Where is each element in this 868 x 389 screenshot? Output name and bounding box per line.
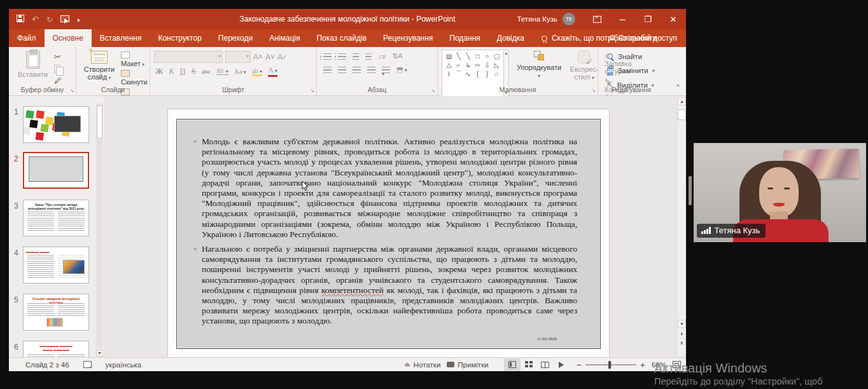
highlight-color-button[interactable]: ab — [252, 67, 262, 76]
slide-thumbnail-4[interactable]: ▬▬▬▬ ▬▬▬ — [23, 247, 89, 283]
strikethrough-button[interactable]: S — [192, 67, 196, 76]
clipboard-dialog-launcher[interactable]: ↘ — [69, 88, 74, 93]
slide-sorter-view-button[interactable] — [521, 358, 537, 371]
slide-counter[interactable]: Слайд 2 з 46 — [25, 361, 69, 369]
slide-thumbnail-5[interactable]: Основні завдання молодіжної політики — [23, 294, 89, 331]
next-slide-icon[interactable]: ⇟ — [678, 339, 686, 348]
bold-button[interactable]: Ж — [155, 67, 163, 76]
slide-canvas[interactable]: ◦Молодь є важливим суб'єктом державної п… — [168, 109, 609, 357]
tab-review[interactable]: Рецензування — [375, 29, 441, 47]
strikethrough-abc-button[interactable]: abc — [202, 68, 211, 75]
text-direction-icon[interactable]: ⇅A — [392, 52, 403, 60]
thumbnail-scroll-down-icon[interactable]: ▼ — [96, 350, 103, 357]
zoom-slider-thumb[interactable] — [608, 361, 611, 369]
reset-button[interactable]: Скинути — [121, 70, 150, 86]
thumbnail4-photo — [63, 260, 85, 274]
tab-view[interactable]: Подання — [441, 29, 488, 47]
slide-thumbnail-2-selected[interactable] — [23, 152, 89, 189]
decrease-indent-icon[interactable] — [353, 53, 359, 60]
change-case-button[interactable]: Aa — [234, 67, 246, 75]
slide-content-box[interactable]: ◦Молодь є важливим суб'єктом державної п… — [176, 119, 601, 349]
zoom-out-icon[interactable]: − — [577, 360, 582, 370]
columns-icon[interactable] — [382, 67, 390, 73]
cut-icon[interactable] — [54, 52, 62, 62]
convert-smartart-icon[interactable]: ⬒ — [396, 65, 407, 74]
language-indicator[interactable]: українська — [106, 361, 142, 369]
underline-button[interactable]: П — [180, 67, 186, 76]
notes-button[interactable]: Нотатки — [404, 360, 441, 369]
find-button[interactable]: Знайти — [606, 51, 664, 62]
account-name[interactable]: Тетяна Кузь — [517, 15, 557, 23]
reading-view-button[interactable] — [537, 358, 554, 371]
thumbnail-scrollbar-thumb[interactable] — [97, 106, 102, 139]
italic-button[interactable]: К — [169, 67, 174, 76]
slide-thumbnail-1[interactable] — [23, 106, 89, 143]
collapse-ribbon-icon[interactable]: ⌃ — [675, 83, 681, 92]
customize-qat-icon[interactable] — [77, 15, 80, 24]
character-spacing-button[interactable]: AV — [216, 67, 228, 75]
tab-slideshow[interactable]: Показ слайдів — [308, 29, 375, 47]
tab-help[interactable]: Довідка — [489, 29, 533, 47]
numbering-icon[interactable] — [338, 53, 346, 60]
drawing-group-label: Малювання — [438, 86, 598, 93]
thumbnail-scrollbar[interactable] — [96, 104, 103, 348]
font-color-button[interactable]: А — [268, 65, 277, 77]
font-dialog-launcher[interactable]: ↘ — [310, 88, 314, 93]
slide-thumbnail-3[interactable]: Закон "Про основні засади молодіжної пол… — [23, 200, 89, 236]
webcam-video[interactable]: Тетяна Кузь — [694, 143, 866, 242]
replace-icon: abac — [607, 64, 614, 77]
redo-icon[interactable] — [46, 15, 53, 24]
paragraph-dialog-launcher[interactable]: ↘ — [431, 88, 435, 93]
increase-indent-icon[interactable] — [365, 53, 372, 60]
decrease-font-icon[interactable]: A˅ — [265, 53, 275, 62]
close-button[interactable]: ✕ — [661, 9, 686, 29]
scroll-down-icon[interactable]: ▼ — [678, 320, 686, 328]
tab-transitions[interactable]: Переходи — [210, 29, 261, 47]
tab-home[interactable]: Основне — [45, 29, 92, 47]
paste-button[interactable]: Вставити — [15, 50, 50, 85]
zoom-in-icon[interactable]: + — [640, 360, 645, 370]
align-left-icon[interactable] — [323, 67, 332, 73]
scroll-up-icon[interactable]: ▲ — [678, 97, 686, 106]
tab-insert[interactable]: Вставлення — [92, 29, 150, 47]
justify-icon[interactable] — [367, 67, 375, 73]
normal-view-button[interactable] — [504, 358, 521, 371]
slideshow-view-button[interactable] — [554, 358, 570, 371]
share-button[interactable]: Спільний доступ — [608, 29, 677, 47]
minimize-button[interactable]: ─ — [610, 9, 635, 29]
tab-design[interactable]: Конструктор — [150, 29, 209, 47]
bullets-icon[interactable] — [323, 53, 332, 60]
ribbon-display-options-button[interactable] — [584, 9, 610, 29]
restore-button[interactable]: ❐ — [635, 9, 661, 29]
undo-icon[interactable] — [32, 15, 39, 24]
copy-icon[interactable] — [54, 65, 60, 72]
comments-button[interactable]: Примітки — [447, 361, 488, 369]
save-icon[interactable] — [17, 15, 24, 24]
mouse-cursor — [302, 181, 309, 191]
previous-slide-icon[interactable]: ⇞ — [678, 331, 686, 339]
slide-text[interactable]: ◦Молодь є важливим суб'єктом державної п… — [193, 137, 577, 331]
drawing-dialog-launcher[interactable]: ↘ — [591, 88, 596, 93]
font-name-combobox[interactable] — [154, 51, 223, 63]
line-spacing-icon[interactable]: ↕≡ — [378, 53, 386, 60]
format-painter-icon[interactable] — [54, 76, 62, 85]
tab-animations[interactable]: Анімація — [261, 29, 308, 47]
font-size-combobox[interactable] — [225, 51, 251, 63]
zoom-slider[interactable] — [585, 364, 636, 365]
clear-formatting-icon[interactable]: A𝄍 — [277, 53, 286, 62]
slide-thumbnail-6[interactable]: ▬▬▬▬▬▬ ▬▬▬▬▬▬▬ ▬▬▬▬▬ — [23, 341, 89, 357]
increase-font-icon[interactable]: A˄ — [253, 53, 263, 62]
editor-vertical-scrollbar[interactable]: ▲ ▼ ⇞ ⇟ — [676, 96, 686, 357]
spellcheck-icon[interactable] — [83, 361, 92, 368]
scrollbar-thumb[interactable] — [678, 109, 686, 120]
tab-file[interactable]: Файл — [9, 29, 45, 47]
start-slideshow-icon[interactable] — [60, 15, 69, 24]
video-panel-scrollbar[interactable] — [689, 176, 692, 205]
align-right-icon[interactable] — [353, 67, 361, 73]
layout-button[interactable]: Макет — [121, 51, 150, 67]
reset-icon — [121, 70, 130, 77]
align-center-icon[interactable] — [338, 67, 346, 73]
avatar[interactable]: ТК — [563, 13, 575, 25]
replace-button[interactable]: abac Замінити — [606, 62, 664, 79]
participant-name-label: Тетяна Кузь — [697, 224, 766, 238]
